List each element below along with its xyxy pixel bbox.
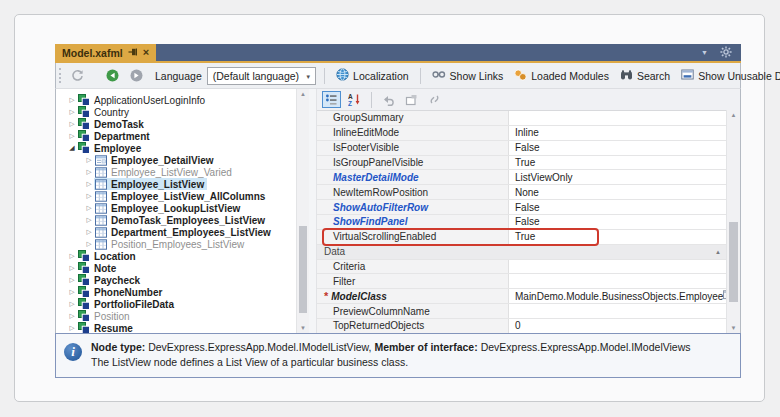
tree-item-demotask[interactable]: ▷DemoTask [56,118,296,130]
undo-icon[interactable] [379,91,398,108]
property-category-row[interactable]: Data▲ [317,245,726,260]
tree-item-resume[interactable]: ▷Resume [56,322,296,333]
tree-item-applicationuserlogininfo[interactable]: ▷ApplicationUserLoginInfo [56,94,296,106]
collapse-category-icon[interactable]: ▲ [715,249,721,255]
property-row[interactable]: MasterDetailModeListViewOnly [317,170,726,185]
property-name[interactable]: ShowFindPanel [317,215,509,229]
property-value[interactable] [509,304,726,318]
toolbar-button-show-links[interactable]: Show Links [429,67,507,84]
close-icon[interactable]: × [143,47,149,58]
tree-item-location[interactable]: ▷Location [56,250,296,262]
property-grid-scrollbar[interactable]: ▲ ▼ [726,110,740,333]
property-value[interactable]: True [509,156,726,170]
pin-icon[interactable] [128,47,138,59]
expand-arrow-icon[interactable]: ▷ [67,298,77,310]
tree-item-employee_listview_allcolumns[interactable]: ▷Employee_ListView_AllColumns [56,190,296,202]
scroll-up-icon[interactable]: ▲ [727,110,740,120]
property-row[interactable]: TopReturnedObjects0 [317,319,726,333]
toolbar-grip[interactable] [59,68,61,83]
property-row[interactable]: Filter [317,274,726,289]
toolbar-button-localization[interactable]: Localization [333,66,411,85]
toolbar-button-search[interactable]: Search [617,67,673,85]
property-value[interactable]: MainDemo.Module.BusinessObjects.Employee [509,289,726,303]
expand-arrow-icon[interactable]: ▷ [67,310,77,322]
tree-item-employee_listview[interactable]: ▷Employee_ListView [56,178,296,190]
tree-item-department[interactable]: ▷Department [56,130,296,142]
tree-item-employee[interactable]: ◢Employee [56,142,296,154]
property-value[interactable] [509,260,726,274]
expand-arrow-icon[interactable]: ▷ [84,154,94,166]
back-button[interactable] [103,67,122,84]
property-value[interactable]: True [509,230,726,244]
expand-arrow-icon[interactable]: ▷ [67,262,77,274]
property-row[interactable]: NewItemRowPositionNone [317,185,726,200]
expand-arrow-icon[interactable]: ▷ [84,226,94,238]
property-row[interactable]: GroupSummary [317,111,726,126]
property-row[interactable]: VirtualScrollingEnabledTrue [317,230,726,245]
property-row[interactable]: InlineEditModeInline [317,126,726,141]
scroll-up-icon[interactable]: ▲ [297,89,309,99]
expand-arrow-icon[interactable]: ▷ [67,106,77,118]
expand-arrow-icon[interactable]: ▷ [67,274,77,286]
property-row[interactable]: IsFooterVisibleFalse [317,141,726,156]
refresh-icon[interactable] [68,67,87,84]
property-value[interactable] [509,274,726,288]
expand-arrow-icon[interactable]: ▷ [84,214,94,226]
property-value[interactable]: Inline [509,126,726,140]
expand-arrow-icon[interactable]: ▷ [84,190,94,202]
scrollbar-thumb[interactable] [299,226,307,314]
tree-item-position_employees_listview[interactable]: ▷Position_Employees_ListView [56,238,296,250]
property-value[interactable]: 0 [509,319,726,333]
forward-button[interactable] [127,67,146,84]
sort-az-icon[interactable]: AZ [345,91,364,108]
expand-arrow-icon[interactable]: ▷ [67,250,77,262]
tree-item-portfoliofiledata[interactable]: ▷PortfolioFileData [56,298,296,310]
property-name[interactable]: ShowAutoFilterRow [317,200,509,214]
scrollbar-thumb[interactable] [729,222,738,302]
property-row[interactable]: ShowAutoFilterRowFalse [317,200,726,215]
expand-arrow-icon[interactable]: ▷ [84,202,94,214]
document-tab[interactable]: Model.xafml × [55,44,156,61]
expand-arrow-icon[interactable]: ▷ [84,178,94,190]
tree-item-department_employees_listview[interactable]: ▷Department_Employees_ListView [56,226,296,238]
expand-arrow-icon[interactable]: ▷ [67,94,77,106]
tree-item-country[interactable]: ▷Country [56,106,296,118]
property-value[interactable]: False [509,200,726,214]
gear-icon[interactable] [720,44,732,62]
property-name[interactable]: MasterDetailMode [317,170,509,184]
categorized-icon[interactable] [322,91,341,108]
tree-item-demotask_employees_listview[interactable]: ▷DemoTask_Employees_ListView [56,214,296,226]
tree-item-position[interactable]: ▷Position [56,310,296,322]
tree-item-phonenumber[interactable]: ▷PhoneNumber [56,286,296,298]
property-row[interactable]: PreviewColumnName [317,304,726,319]
property-value[interactable]: None [509,185,726,199]
tree-item-employee_listview_varied[interactable]: ▷Employee_ListView_Varied [56,166,296,178]
toolbar-button-loaded-modules[interactable]: Loaded Modules [511,67,612,85]
collapse-arrow-icon[interactable]: ◢ [67,142,77,154]
property-value[interactable]: False [509,141,726,155]
toolbar-button-show-unusable-data[interactable]: Show Unusable Data [678,67,780,84]
expand-arrow-icon[interactable]: ▷ [67,130,77,142]
property-row[interactable]: *ModelClassMainDemo.Module.BusinessObjec… [317,289,726,304]
expand-arrow-icon[interactable]: ▷ [84,166,94,178]
property-row[interactable]: Criteria [317,260,726,275]
expand-arrow-icon[interactable]: ▷ [67,322,77,333]
property-value[interactable]: False [509,215,726,229]
link-icon[interactable] [425,91,444,108]
property-value[interactable]: ListViewOnly [509,170,726,184]
tree-item-paycheck[interactable]: ▷Paycheck [56,274,296,286]
language-combo[interactable]: (Default language) ▼ [207,67,316,85]
tree-item-employee_lookuplistview[interactable]: ▷Employee_LookupListView [56,202,296,214]
property-pages-icon[interactable] [402,91,421,108]
property-value[interactable] [509,111,726,125]
tree-item-note[interactable]: ▷Note [56,262,296,274]
tree-item-employee_detailview[interactable]: ▷Employee_DetailView [56,154,296,166]
property-row[interactable]: IsGroupPanelVisibleTrue [317,156,726,171]
panel-splitter[interactable] [309,89,317,333]
scroll-down-icon[interactable]: ▼ [727,323,740,333]
property-row[interactable]: ShowFindPanelFalse [317,215,726,230]
chevron-down-icon[interactable]: ▼ [701,49,708,56]
scroll-down-icon[interactable]: ▼ [297,323,309,333]
expand-arrow-icon[interactable]: ▷ [84,238,94,250]
expand-arrow-icon[interactable]: ▷ [67,286,77,298]
